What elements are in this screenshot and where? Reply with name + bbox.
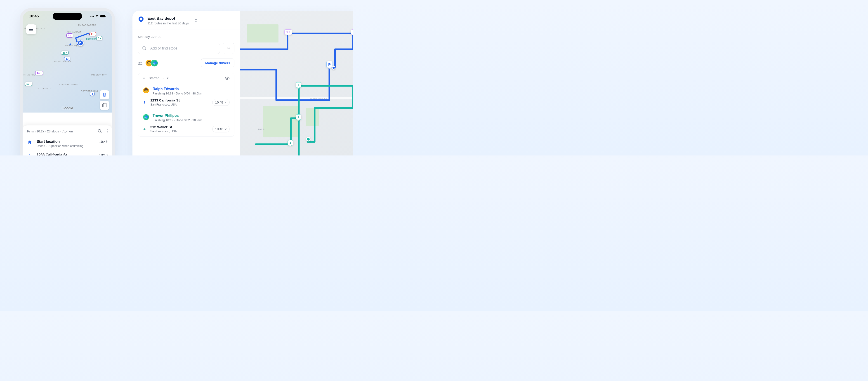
phone-map[interactable]: PACIFIC HEIGHTS EMBARCADERO CHINATOWN UN… <box>23 11 112 113</box>
stop-marker[interactable]: 14↑ <box>35 71 43 75</box>
stop-marker[interactable]: 1↑ <box>284 29 292 35</box>
desktop-body: Monday, Apr 29 👨 🧢 <box>132 30 240 156</box>
depot-stats: 112 routes in the last 30 days <box>147 22 189 25</box>
driver-name: Trevor Philipps <box>153 114 203 118</box>
stop-title: 1233 California St <box>150 98 212 102</box>
stop-marker[interactable]: 4 <box>90 92 94 96</box>
svg-rect-1 <box>105 16 105 17</box>
stop-number: 1 <box>29 153 31 156</box>
destination-flag[interactable] <box>77 40 84 46</box>
svg-point-2 <box>98 129 101 132</box>
status-icons: ••• <box>90 14 106 18</box>
map-label: MISSION BAY <box>91 74 107 76</box>
driver-avatars[interactable]: 👨 🧢 <box>145 59 158 67</box>
manage-drivers-button[interactable]: Manage drivers <box>201 59 235 67</box>
stop-marker[interactable]: 3▪ <box>96 36 102 40</box>
menu-button[interactable] <box>26 24 36 34</box>
map-label: POTRERO HILL <box>81 90 98 92</box>
stop-marker[interactable]: 1↑ <box>66 33 73 37</box>
driver-card[interactable]: 🧢 Trevor Philipps Finishing 18:12 · Done… <box>138 110 234 136</box>
time-chip[interactable]: 10:48 <box>212 99 230 106</box>
time-chip[interactable]: 10:46 <box>212 126 230 132</box>
svg-point-4 <box>107 131 107 132</box>
stop-time: 10:45 <box>99 140 107 148</box>
search-icon[interactable] <box>98 129 102 133</box>
cellular-icon: ••• <box>90 14 94 18</box>
chevron-down-icon <box>224 128 227 130</box>
stop-marker[interactable]: 23▪ <box>61 51 68 55</box>
map-label: MISSION DISTRICT <box>59 83 81 86</box>
layers-icon <box>102 93 106 97</box>
stop-marker[interactable]: 13 <box>64 57 70 61</box>
status-time: 10:45 <box>29 14 39 19</box>
svg-point-9 <box>141 62 142 63</box>
search-options-button[interactable] <box>223 43 235 54</box>
start-location-item[interactable]: Start location Used GPS position when op… <box>23 137 112 150</box>
stop-time: 10:48 <box>99 153 107 156</box>
avatar: 🧢 <box>143 114 149 121</box>
flag-icon <box>79 41 82 44</box>
phone-mockup: 10:45 ••• PACIFIC HEIGHTS EMBARCADERO CH… <box>20 8 115 156</box>
stop-subtitle: San Francisco, USA <box>150 129 212 133</box>
driver-stats: Finishing 16:38 · Done 0/64 · 88.6km <box>153 92 203 95</box>
stop-marker[interactable]: 5 <box>296 82 301 88</box>
arrow-up-icon: ↑ <box>40 72 41 74</box>
layers-button[interactable] <box>100 90 109 99</box>
chevron-down-icon <box>227 47 230 49</box>
svg-point-10 <box>226 77 228 79</box>
battery-icon <box>100 15 106 18</box>
current-location-dot <box>306 137 311 141</box>
stop-number: 4 <box>144 127 150 131</box>
started-label: Started <box>149 76 159 80</box>
package-icon: ▪ <box>30 83 31 85</box>
started-header[interactable]: Started · 2 <box>138 73 234 83</box>
depot-selector[interactable]: East Bay depot 112 routes in the last 30… <box>138 16 197 25</box>
svg-point-6 <box>140 18 142 20</box>
eye-icon[interactable] <box>225 76 230 80</box>
route-sheet: Finish 16:27 · 23 stops · 55,4 km Start … <box>23 125 112 156</box>
stop-subtitle: San Francisco, USA <box>150 103 212 106</box>
map-label: THE CASTRO <box>35 87 51 90</box>
stop-marker[interactable]: 2↑ <box>90 32 96 36</box>
search-icon <box>142 46 147 51</box>
drivers-row: 👨 🧢 Manage drivers <box>138 59 235 67</box>
current-location-dot <box>332 66 336 70</box>
people-icon <box>138 61 143 65</box>
stop-marker[interactable]: 4 <box>296 114 301 120</box>
flag-icon <box>328 63 331 66</box>
driver-name: Ralph Edwards <box>153 87 203 91</box>
more-icon[interactable] <box>107 129 107 133</box>
svg-point-7 <box>143 46 145 49</box>
package-icon: ▪ <box>66 51 67 54</box>
stop-marker[interactable]: 15▪ <box>25 82 32 86</box>
driver-card[interactable]: 👨 Ralph Edwards Finishing 16:38 · Done 0… <box>138 83 234 110</box>
desktop-map[interactable]: Golden Gate Ave Fell St 1↑ 2↑ 5 4 3 <box>240 11 352 156</box>
stop-marker[interactable]: 3 <box>287 140 293 146</box>
map-icon <box>102 103 106 107</box>
wifi-icon <box>95 15 99 18</box>
map-label: CIVIC CENTER <box>54 61 71 63</box>
svg-point-5 <box>107 132 107 133</box>
chevron-down-icon <box>224 102 227 103</box>
hamburger-icon <box>29 28 33 31</box>
chevron-down-icon <box>143 77 145 79</box>
map-type-button[interactable] <box>100 101 109 110</box>
pin-icon <box>138 17 144 22</box>
started-count: 2 <box>167 76 168 80</box>
search-input[interactable] <box>150 46 216 51</box>
phone-notch <box>53 13 82 20</box>
avatar: 👨 <box>143 87 149 94</box>
destination-flag[interactable] <box>327 61 333 68</box>
stop-item[interactable]: 1 1233 California St Nob Hill, San Franc… <box>23 150 112 156</box>
stop-title: 212 Waller St <box>150 125 212 129</box>
sheet-header: Finish 16:27 · 23 stops · 55,4 km <box>23 129 112 137</box>
stop-subtitle: Used GPS position when optimizing <box>37 144 99 148</box>
depot-name: East Bay depot <box>147 16 189 21</box>
desktop-panel: East Bay depot 112 routes in the last 30… <box>132 11 352 156</box>
svg-point-3 <box>107 129 107 130</box>
desktop-sidebar: East Bay depot 112 routes in the last 30… <box>132 11 240 156</box>
stop-search[interactable] <box>138 43 220 54</box>
started-routes-card: Started · 2 👨 Ralph Edwards Finishing 16… <box>138 73 235 137</box>
stop-marker[interactable]: 2↑ <box>351 29 352 35</box>
selector-icon <box>195 18 197 22</box>
